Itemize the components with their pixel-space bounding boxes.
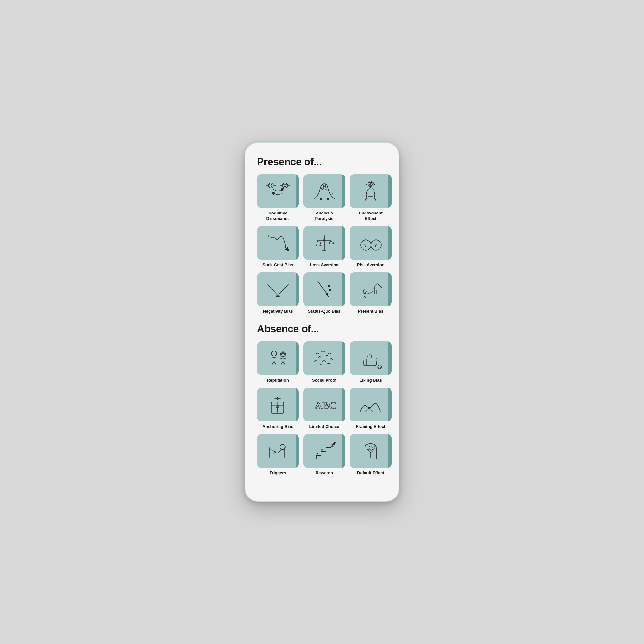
label-limited-choice: Limited Choice xyxy=(309,424,339,430)
svg-text:ABC: ABC xyxy=(315,400,336,411)
svg-point-47 xyxy=(363,290,366,293)
svg-point-6 xyxy=(270,185,270,185)
svg-point-60 xyxy=(282,353,282,354)
svg-text:★: ★ xyxy=(321,448,324,451)
svg-line-32 xyxy=(320,241,321,245)
list-item: $ ? Risk Aversion xyxy=(350,226,392,268)
svg-point-61 xyxy=(284,353,284,354)
list-item: ABC Limited Choice xyxy=(303,388,345,430)
svg-line-65 xyxy=(281,361,283,365)
list-item: − + Loss Aversion xyxy=(303,226,345,268)
list-item: Social Proof xyxy=(303,341,345,383)
svg-line-64 xyxy=(283,358,286,359)
absence-grid: Reputation xyxy=(257,341,387,476)
svg-point-43 xyxy=(278,296,279,297)
svg-rect-46 xyxy=(376,290,379,294)
label-liking-bias: Liking Bias xyxy=(359,378,382,383)
svg-line-49 xyxy=(363,293,365,294)
icon-risk-aversion: $ ? xyxy=(350,226,392,260)
list-item: Framing Effect xyxy=(350,388,392,430)
svg-line-55 xyxy=(271,357,274,358)
icon-liking-bias xyxy=(350,341,392,375)
svg-point-42 xyxy=(276,296,278,297)
svg-point-8 xyxy=(284,185,285,185)
list-item: Reputation xyxy=(257,341,299,383)
list-item: Liking Bias xyxy=(350,341,392,383)
label-framing-effect: Framing Effect xyxy=(356,424,385,430)
svg-text:?: ? xyxy=(315,192,317,196)
label-cognitive-dissonance: CognitiveDissonance xyxy=(266,211,290,222)
svg-point-13 xyxy=(323,186,325,189)
svg-rect-45 xyxy=(374,287,381,294)
svg-point-12 xyxy=(325,186,326,187)
phone-card: Presence of... xyxy=(245,142,399,502)
svg-line-52 xyxy=(365,296,366,298)
label-analysis-paralysis: AnalysisParalysis xyxy=(315,211,333,222)
list-item: $ ★ ★ Rewards xyxy=(303,434,345,476)
list-item: EndowmentEffect xyxy=(350,174,392,222)
label-triggers: Triggers xyxy=(270,470,286,476)
svg-point-7 xyxy=(271,185,272,185)
icon-triggers: ! xyxy=(257,434,299,468)
svg-text:?: ? xyxy=(374,243,377,248)
list-item: ± Sunk Cost Bias xyxy=(257,226,299,268)
presence-grid: CognitiveDissonance ? ? xyxy=(257,174,387,314)
svg-text:−: − xyxy=(318,241,320,245)
svg-point-92 xyxy=(369,446,372,449)
list-item: Negativity Bias xyxy=(257,272,299,314)
svg-line-66 xyxy=(283,361,285,365)
label-endowment-effect: EndowmentEffect xyxy=(359,211,383,222)
icon-default-effect xyxy=(350,434,392,468)
label-reputation: Reputation xyxy=(267,378,289,383)
label-status-quo-bias: Status-Quo Bias xyxy=(308,309,340,314)
icon-anchoring-bias xyxy=(257,388,299,421)
icon-sunk-cost-bias: ± xyxy=(257,226,299,260)
label-anchoring-bias: Anchoring Bias xyxy=(262,424,293,430)
label-default-effect: Default Effect xyxy=(357,470,384,476)
section-presence: Presence of... xyxy=(257,156,387,314)
section-presence-title: Presence of... xyxy=(257,156,387,168)
list-item: Status-Quo Bias xyxy=(303,272,345,314)
svg-text:?: ? xyxy=(331,192,333,196)
svg-line-51 xyxy=(364,296,365,298)
icon-status-quo-bias xyxy=(303,272,345,306)
label-present-bias: Present Bias xyxy=(358,309,384,314)
svg-text:$: $ xyxy=(364,243,367,248)
svg-line-50 xyxy=(365,293,367,294)
svg-point-3 xyxy=(282,183,288,188)
label-sunk-cost-bias: Sunk Cost Bias xyxy=(262,262,293,268)
list-item: Present Bias xyxy=(350,272,392,314)
list-item: ! Triggers xyxy=(257,434,299,476)
svg-rect-69 xyxy=(379,367,381,369)
svg-point-9 xyxy=(286,185,287,185)
svg-line-63 xyxy=(280,358,283,359)
icon-analysis-paralysis: ? ? xyxy=(303,174,345,208)
icon-negativity-bias xyxy=(257,272,299,306)
svg-text:★: ★ xyxy=(316,452,319,455)
svg-line-57 xyxy=(272,361,274,365)
label-rewards: Rewards xyxy=(316,470,333,476)
label-negativity-bias: Negativity Bias xyxy=(263,309,293,314)
svg-line-56 xyxy=(274,357,277,358)
svg-line-58 xyxy=(274,361,276,365)
section-absence: Absence of... xyxy=(257,323,387,476)
section-absence-title: Absence of... xyxy=(257,323,387,335)
icon-loss-aversion: − + xyxy=(303,226,345,260)
list-item: Default Effect xyxy=(350,434,392,476)
icon-limited-choice: ABC xyxy=(303,388,345,421)
label-risk-aversion: Risk Aversion xyxy=(357,262,384,268)
icon-cognitive-dissonance xyxy=(257,174,299,208)
list-item: ? ? xyxy=(303,174,345,222)
svg-text:+: + xyxy=(330,240,332,243)
icon-rewards: $ ★ ★ xyxy=(303,434,345,468)
icon-framing-effect xyxy=(350,388,392,421)
svg-text:±: ± xyxy=(268,234,270,238)
svg-line-44 xyxy=(318,281,329,297)
label-loss-aversion: Loss Aversion xyxy=(310,262,339,268)
icon-social-proof xyxy=(303,341,345,375)
list-item: CognitiveDissonance xyxy=(257,174,299,222)
svg-point-53 xyxy=(271,351,277,356)
label-social-proof: Social Proof xyxy=(312,378,336,383)
icon-present-bias xyxy=(350,272,392,306)
svg-text:!: ! xyxy=(282,446,283,449)
